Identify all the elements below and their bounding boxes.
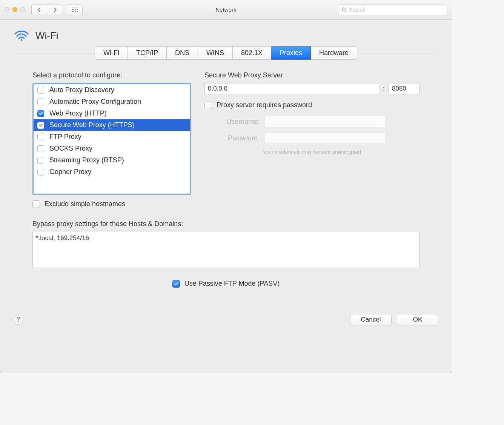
help-icon: ?: [17, 316, 20, 323]
exclude-simple-label: Exclude simple hostnames: [45, 200, 125, 208]
grid-icon: [72, 8, 78, 12]
protocol-label: FTP Proxy: [49, 133, 81, 141]
proxy-server-address-input[interactable]: [204, 83, 379, 94]
protocol-item[interactable]: Streaming Proxy (RTSP): [34, 154, 190, 166]
protocol-label: Auto Proxy Discovery: [49, 86, 114, 94]
protocol-checkbox[interactable]: [37, 169, 44, 176]
password-input: [265, 132, 386, 144]
help-button[interactable]: ?: [14, 315, 23, 325]
protocol-checkbox[interactable]: [37, 110, 44, 117]
tab-tcpip[interactable]: TCP/IP: [128, 46, 167, 60]
cancel-button[interactable]: Cancel: [350, 314, 392, 325]
protocol-label: Secure Web Proxy (HTTPS): [49, 121, 135, 129]
pasv-row[interactable]: Use Passive FTP Mode (PASV): [172, 280, 280, 288]
credentials-note: Your credentials may be sent unencrypted: [204, 149, 419, 155]
requires-password-label: Proxy server requires password: [217, 101, 312, 109]
nav-buttons: [31, 5, 63, 15]
tab-wifi[interactable]: Wi-Fi: [95, 46, 128, 60]
protocol-item[interactable]: Auto Proxy Discovery: [34, 84, 190, 96]
protocol-label: Web Proxy (HTTP): [49, 109, 107, 117]
page-title: Wi-Fi: [35, 30, 58, 42]
proxy-server-port-input[interactable]: [389, 83, 419, 94]
username-input: [265, 116, 386, 127]
tab-bar: Wi-FiTCP/IPDNSWINS802.1XProxiesHardware: [0, 46, 452, 60]
tab-8021x[interactable]: 802.1X: [233, 46, 271, 60]
search-icon: [341, 7, 347, 12]
protocol-checkbox[interactable]: [37, 87, 44, 94]
protocol-checkbox[interactable]: [37, 157, 44, 164]
exclude-simple-checkbox[interactable]: [32, 200, 40, 208]
password-label: Password:: [204, 134, 265, 142]
proxies-panel: Select a protocol to configure: Auto Pro…: [14, 54, 438, 307]
exclude-simple-row[interactable]: Exclude simple hostnames: [32, 200, 191, 208]
protocol-checkbox[interactable]: [37, 99, 44, 105]
protocol-item[interactable]: FTP Proxy: [34, 131, 190, 143]
protocol-item[interactable]: Web Proxy (HTTP): [34, 108, 190, 119]
protocol-label: SOCKS Proxy: [49, 145, 92, 152]
server-port-separator: :: [383, 85, 385, 93]
requires-password-checkbox[interactable]: [204, 102, 212, 109]
window: Network Wi-Fi Wi-FiTCP/IPDNSWINS802.1XPr…: [0, 0, 452, 373]
pasv-checkbox[interactable]: [172, 280, 180, 288]
ok-button[interactable]: OK: [397, 314, 438, 325]
page-header: Wi-Fi: [0, 20, 452, 46]
show-all-button[interactable]: [67, 5, 83, 15]
username-label: Username:: [204, 118, 265, 126]
wifi-icon: [14, 29, 29, 43]
bypass-textarea[interactable]: [32, 232, 419, 268]
protocol-item[interactable]: Automatic Proxy Configuration: [34, 96, 190, 108]
tab-dns[interactable]: DNS: [167, 46, 198, 60]
back-button[interactable]: [31, 5, 47, 15]
search-input[interactable]: [349, 7, 444, 13]
close-window-button[interactable]: [5, 7, 9, 12]
bypass-label: Bypass proxy settings for these Hosts & …: [32, 220, 419, 228]
protocol-label: Select a protocol to configure:: [32, 71, 191, 79]
tab-hardware[interactable]: Hardware: [311, 46, 357, 60]
titlebar: Network: [0, 0, 452, 20]
traffic-lights: [5, 7, 25, 12]
protocol-list[interactable]: Auto Proxy DiscoveryAutomatic Proxy Conf…: [32, 83, 191, 195]
protocol-checkbox[interactable]: [37, 134, 44, 140]
svg-point-2: [21, 39, 22, 41]
protocol-checkbox[interactable]: [37, 122, 44, 129]
protocol-label: Streaming Proxy (RTSP): [49, 156, 124, 164]
svg-line-1: [345, 11, 346, 12]
protocol-item[interactable]: SOCKS Proxy: [34, 143, 190, 154]
protocol-item[interactable]: Gopher Proxy: [34, 166, 190, 178]
forward-button[interactable]: [47, 5, 63, 15]
tab-proxies[interactable]: Proxies: [271, 46, 311, 60]
tab-wins[interactable]: WINS: [198, 46, 233, 60]
protocol-label: Automatic Proxy Configuration: [49, 98, 141, 106]
minimize-window-button[interactable]: [12, 7, 17, 12]
protocol-label: Gopher Proxy: [49, 168, 91, 176]
server-label: Secure Web Proxy Server: [204, 71, 419, 79]
footer: ? Cancel OK: [0, 307, 452, 332]
pasv-label: Use Passive FTP Mode (PASV): [184, 280, 280, 288]
requires-password-row[interactable]: Proxy server requires password: [204, 101, 419, 109]
protocol-item[interactable]: Secure Web Proxy (HTTPS): [34, 119, 190, 131]
zoom-window-button[interactable]: [20, 7, 25, 12]
search-field[interactable]: [338, 5, 447, 15]
protocol-checkbox[interactable]: [37, 145, 44, 152]
